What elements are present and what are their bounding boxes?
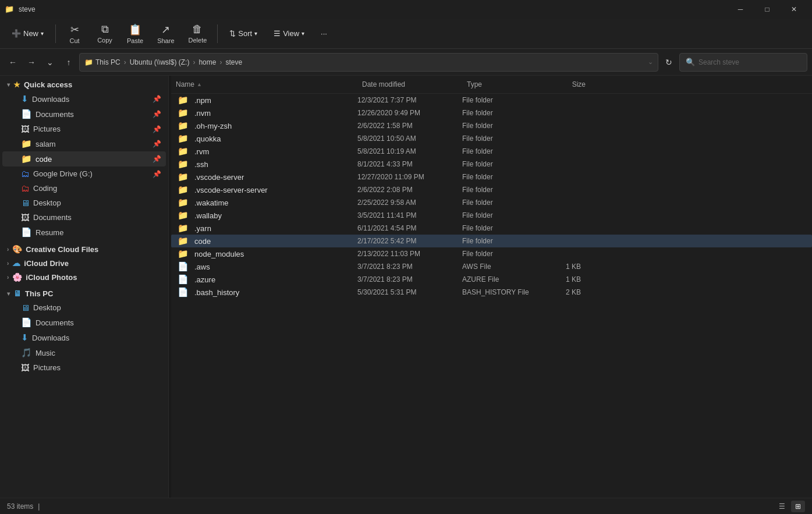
table-row[interactable]: 📁 .rvm 5/8/2021 10:19 AM File folder [171,145,812,158]
new-button[interactable]: ➕ New ▾ [5,22,51,45]
col-header-date[interactable]: Date modified [357,78,462,91]
desktop-folder-icon: 🖥 [21,198,30,208]
file-icon: 📁 [171,120,194,131]
sidebar-item-salam[interactable]: 📁 salam 📌 [2,136,166,151]
file-type: File folder [462,173,544,181]
path-ubuntu: Ubuntu (\\wsl$) (Z:) [130,58,190,66]
share-button[interactable]: ↗ Share [151,21,180,47]
main-layout: ▾ ★ Quick access ⬇ Downloads 📌 📄 Documen… [0,76,812,498]
delete-icon: 🗑 [192,23,203,36]
table-row[interactable]: 📁 .yarn 6/11/2021 4:54 PM File folder [171,222,812,235]
app-icon: 📁 [5,5,14,14]
file-name: .oh-my-zsh [194,122,357,130]
back-button[interactable]: ← [5,54,21,70]
sidebar-icloud-photos-header[interactable]: › 🌸 iCloud Photos [2,270,166,284]
sidebar-item-desktop[interactable]: 🖥 Desktop [2,196,166,210]
sidebar-item-resume[interactable]: 📄 Resume [2,225,166,240]
pin-icon: 📌 [153,95,161,103]
this-pc-icon: 🖥 [13,289,22,298]
sidebar-item-this-pc-downloads[interactable]: ⬇ Downloads [2,330,166,345]
sidebar-item-this-pc-documents[interactable]: 📄 Documents [2,315,166,330]
table-row[interactable]: 📁 .npm 12/3/2021 7:37 PM File folder [171,94,812,107]
view-button[interactable]: ☰ View ▾ [267,22,311,45]
table-row[interactable]: 📁 .vscode-server 12/27/2020 11:09 PM Fil… [171,171,812,183]
file-icon: 📁 [171,185,194,195]
table-row[interactable]: 📁 .nvm 12/26/2020 9:49 PM File folder [171,107,812,119]
delete-button[interactable]: 🗑 Delete [183,21,213,47]
close-button[interactable]: ✕ [781,0,807,19]
pin-icon-code: 📌 [153,155,161,163]
view-chevron-icon: ▾ [302,30,304,37]
sidebar-item-documents[interactable]: 📄 Documents 📌 [2,107,166,122]
table-row[interactable]: 📁 code 2/17/2022 5:42 PM File folder [171,235,812,247]
recent-button[interactable]: ⌄ [42,54,58,70]
share-icon: ↗ [161,23,170,36]
sidebar-creative-cloud-header[interactable]: › 🎨 Creative Cloud Files [2,242,166,256]
col-header-type[interactable]: Type [462,78,544,91]
more-button[interactable]: ··· [314,22,334,45]
file-icon: 📄 [171,274,194,285]
file-name: .npm [194,96,357,105]
file-date: 2/6/2022 2:08 PM [357,186,462,194]
file-icon: 📁 [171,236,194,246]
col-header-size[interactable]: Size [544,78,590,91]
sidebar-item-google-drive[interactable]: 🗂 Google Drive (G:) 📌 [2,166,166,181]
col-header-name[interactable]: Name ▲ [171,78,357,91]
creative-cloud-icon: 🎨 [12,244,22,254]
sidebar-icloud-drive-header[interactable]: › ☁ iCloud Drive [2,256,166,270]
file-date: 5/8/2021 10:19 AM [357,147,462,155]
table-row[interactable]: 📁 .oh-my-zsh 2/6/2022 1:58 PM File folde… [171,119,812,132]
table-row[interactable]: 📁 .ssh 8/1/2021 4:33 PM File folder [171,158,812,171]
addressbar[interactable]: 📁 This PC › Ubuntu (\\wsl$) (Z:) › home … [79,53,658,72]
statusbar: 53 items | ☰ ⊞ [0,498,812,514]
searchbar[interactable]: 🔍 Search steve [679,53,807,72]
sidebar-item-pictures[interactable]: 🖼 Pictures 📌 [2,122,166,136]
table-row[interactable]: 📄 .azure 3/7/2021 8:23 PM AZURE File 1 K… [171,273,812,286]
table-row[interactable]: 📁 .quokka 5/8/2021 10:50 AM File folder [171,132,812,145]
file-icon: 📁 [171,172,194,182]
refresh-button[interactable]: ↻ [661,54,677,70]
table-row[interactable]: 📁 .vscode-server-server 2/6/2022 2:08 PM… [171,183,812,196]
table-row[interactable]: 📄 .bash_history 5/30/2021 5:31 PM BASH_H… [171,286,812,299]
sidebar-item-coding[interactable]: 🗂 Coding [2,181,166,196]
file-icon: 📁 [171,223,194,233]
file-name: .nvm [194,109,357,118]
sidebar-item-this-pc-pictures[interactable]: 🖼 Pictures [2,360,166,375]
grid-view-button[interactable]: ⊞ [791,501,805,512]
minimize-button[interactable]: ─ [727,0,754,19]
sidebar-item-this-pc-desktop[interactable]: 🖥 Desktop [2,300,166,315]
details-view-button[interactable]: ☰ [775,501,789,512]
this-pc-music-icon: 🎵 [21,348,32,358]
cut-icon: ✂ [70,23,79,36]
file-type: File folder [462,147,544,155]
file-date: 3/7/2021 8:23 PM [357,275,462,283]
new-label: New [23,29,38,38]
column-headers: Name ▲ Date modified Type Size [171,76,812,94]
copy-icon: ⧉ [101,23,109,36]
sidebar-this-pc-header[interactable]: ▾ 🖥 This PC [2,286,166,300]
copy-button[interactable]: ⧉ Copy [91,21,119,47]
sort-button[interactable]: ⇅ Sort ▾ [222,22,264,45]
paste-button[interactable]: 📋 Paste [121,21,149,47]
table-row[interactable]: 📄 .aws 3/7/2021 8:23 PM AWS File 1 KB [171,260,812,273]
path-thispc: This PC [95,58,120,66]
file-icon: 📁 [171,159,194,169]
sidebar-item-this-pc-music[interactable]: 🎵 Music [2,345,166,360]
table-row[interactable]: 📁 .wakatime 2/25/2022 9:58 AM File folde… [171,196,812,209]
sidebar-quick-access-header[interactable]: ▾ ★ Quick access [2,78,166,91]
table-row[interactable]: 📁 .wallaby 3/5/2021 11:41 PM File folder [171,209,812,222]
cut-label: Cut [69,37,79,44]
maximize-button[interactable]: □ [754,0,781,19]
search-icon: 🔍 [686,58,695,66]
forward-button[interactable]: → [23,54,40,70]
up-button[interactable]: ↑ [61,54,77,70]
cut-button[interactable]: ✂ Cut [61,21,88,47]
sidebar-pictures-label: Pictures [33,125,61,133]
sidebar-item-code[interactable]: 📁 code 📌 [2,151,166,166]
file-icon: 📁 [171,210,194,221]
file-type: File folder [462,198,544,207]
table-row[interactable]: 📁 node_modules 2/13/2022 11:03 PM File f… [171,247,812,260]
sidebar-item-downloads[interactable]: ⬇ Downloads 📌 [2,91,166,107]
documents-icon: 📄 [21,109,32,119]
sidebar-item-documents2[interactable]: 🖼 Documents [2,210,166,225]
